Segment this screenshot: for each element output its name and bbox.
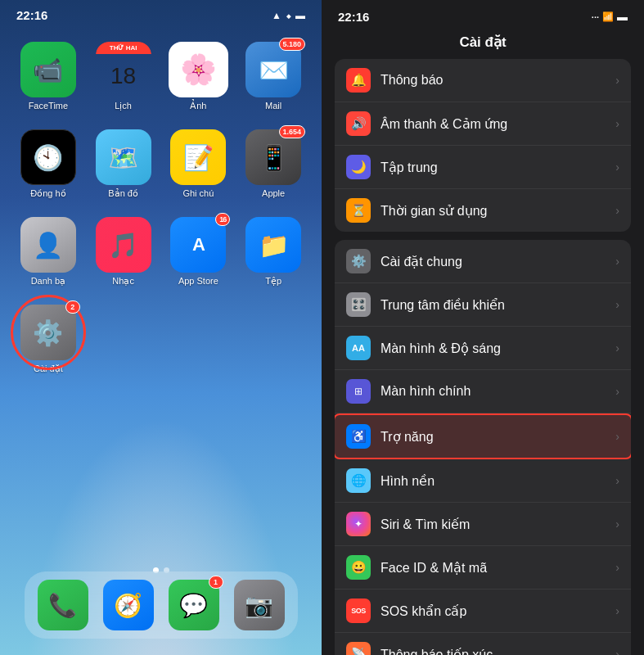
clock-label: Đồng hồ xyxy=(30,188,65,199)
settings-page-title: Cài đặt xyxy=(322,29,644,59)
faceid-label: Face ID & Mật mã xyxy=(381,560,615,576)
notes-icon: 📝 xyxy=(170,129,226,185)
manhinh-chevron: › xyxy=(615,341,619,355)
appstore-label: App Store xyxy=(178,276,218,286)
status-icons-left: ▲ ⬥ ▬ xyxy=(272,10,305,21)
tronang-label: Trợ năng xyxy=(381,429,615,445)
mail-icon: ✉️ 5.180 xyxy=(245,42,301,97)
notes-label: Ghi chú xyxy=(182,188,214,198)
camera-dock-app[interactable]: 📷 xyxy=(234,580,285,630)
taptrung-icon: 🌙 xyxy=(346,155,371,179)
settings-row-faceid[interactable]: 😀 Face ID & Mật mã › xyxy=(335,546,631,590)
mail-label: Mail xyxy=(265,101,281,111)
maps-app[interactable]: 🗺️ Bản đồ xyxy=(93,129,154,199)
thoigian-label: Thời gian sử dụng xyxy=(381,203,615,219)
calendar-app[interactable]: THỨ HAI 18 Lịch xyxy=(93,42,154,111)
settings-row-caidatchung[interactable]: ⚙️ Cài đặt chung › xyxy=(335,240,631,283)
thoigian-icon: ⏳ xyxy=(346,198,371,223)
appstore-app[interactable]: A 16 App Store xyxy=(169,217,229,287)
wifi-right-icon: 📶 xyxy=(602,11,614,22)
settings-row-siri[interactable]: ✦ Siri & Tìm kiếm › xyxy=(335,503,631,546)
calendar-day: THỨ HAI xyxy=(96,42,151,54)
phone-dock-icon: 📞 xyxy=(38,580,88,630)
thongbao-chevron: › xyxy=(615,74,619,87)
app-grid-row1: 📹 FaceTime THỨ HAI 18 Lịch 🌸 Ảnh ✉️ 5.18… xyxy=(0,29,322,124)
facetime-app[interactable]: 📹 FaceTime xyxy=(18,42,79,111)
photos-icon: 🌸 xyxy=(169,42,229,97)
app-grid-row3: 👤 Danh bạ 🎵 Nhạc A 16 App Store 📁 Tệp xyxy=(0,204,322,300)
status-icons-right: ··· 📶 ▬ xyxy=(592,11,628,23)
iphone-home-screen: 22:16 ▲ ⬥ ▬ 📹 FaceTime THỨ HAI 18 Lịch 🌸… xyxy=(0,0,322,655)
settings-row-thoigian[interactable]: ⏳ Thời gian sử dụng › xyxy=(335,189,631,232)
files-icon: 📁 xyxy=(245,217,301,273)
settings-section-1: 🔔 Thông báo › 🔊 Âm thanh & Cảm ứng › 🌙 T… xyxy=(335,59,631,232)
manhinh-icon: AA xyxy=(346,336,371,360)
thoigian-chevron: › xyxy=(615,204,619,217)
status-bar-right: 22:16 ··· 📶 ▬ xyxy=(322,0,644,29)
clock-app[interactable]: 🕙 Đồng hồ xyxy=(18,129,79,199)
thongbao-label: Thông báo xyxy=(381,73,615,88)
mail-app[interactable]: ✉️ 5.180 Mail xyxy=(243,42,304,111)
sos-label: SOS khẩn cấp xyxy=(381,603,615,619)
settings-screen: 22:16 ··· 📶 ▬ Cài đặt 🔔 Thông báo › 🔊 Âm… xyxy=(322,0,644,655)
safari-dock-app[interactable]: 🧭 xyxy=(103,580,154,630)
contacts-app[interactable]: 👤 Danh bạ xyxy=(18,217,79,287)
battery-left-icon: ▬ xyxy=(295,10,305,21)
trungtam-label: Trung tâm điều khiển xyxy=(381,297,615,313)
apple-app[interactable]: 📱 1.654 Apple xyxy=(243,129,304,199)
hinhnen-chevron: › xyxy=(615,474,619,487)
apple-badge: 1.654 xyxy=(279,125,306,138)
settings-row-sos[interactable]: SOS SOS khẩn cấp › xyxy=(335,590,631,633)
settings-row-manhinhchinh[interactable]: ⊞ Màn hình chính › xyxy=(335,370,631,413)
phone-dock-app[interactable]: 📞 xyxy=(38,580,88,630)
thongbaotiepxuc-label: Thông báo tiếp xúc xyxy=(381,647,615,656)
hinhnen-label: Hình nền xyxy=(381,473,615,489)
settings-row-thongbaotiepxuc[interactable]: 📡 Thông báo tiếp xúc › xyxy=(335,633,631,655)
clock-icon: 🕙 xyxy=(20,129,76,185)
dock: 📞 🧭 💬 1 📷 xyxy=(25,571,298,639)
thongbaotiepxuc-icon: 📡 xyxy=(346,642,371,655)
mail-badge: 5.180 xyxy=(279,38,306,51)
manhinhchinh-chevron: › xyxy=(615,385,619,398)
music-app[interactable]: 🎵 Nhạc xyxy=(93,217,154,287)
messages-dock-app[interactable]: 💬 1 xyxy=(169,580,219,630)
settings-app[interactable]: ⚙️ 2 Cài đặt xyxy=(18,305,79,374)
app-grid-row2: 🕙 Đồng hồ 🗺️ Bản đồ 📝 Ghi chú 📱 1.654 Ap… xyxy=(0,116,322,212)
safari-dock-icon: 🧭 xyxy=(103,580,154,630)
caidatchung-chevron: › xyxy=(615,255,619,268)
settings-row-hinhnen[interactable]: 🌐 Hình nền › xyxy=(335,459,631,503)
signal-icon: ▲ xyxy=(272,10,281,21)
faceid-icon: 😀 xyxy=(346,555,371,580)
settings-row-amthanh[interactable]: 🔊 Âm thanh & Cảm ứng › xyxy=(335,102,631,146)
files-app[interactable]: 📁 Tệp xyxy=(243,217,304,287)
photos-label: Ảnh xyxy=(190,101,206,111)
facetime-label: FaceTime xyxy=(29,101,69,111)
settings-row-trungtam[interactable]: 🎛️ Trung tâm điều khiển › xyxy=(335,283,631,327)
siri-icon: ✦ xyxy=(346,512,371,536)
notes-app[interactable]: 📝 Ghi chú xyxy=(169,129,229,199)
battery-right-icon: ▬ xyxy=(617,11,628,23)
settings-row-taptrung[interactable]: 🌙 Tập trung › xyxy=(335,146,631,189)
time-right: 22:16 xyxy=(338,10,369,24)
sos-chevron: › xyxy=(615,604,619,617)
settings-badge: 2 xyxy=(65,300,80,314)
calendar-label: Lịch xyxy=(115,101,132,111)
trungtam-icon: 🎛️ xyxy=(346,292,371,317)
photos-app[interactable]: 🌸 Ảnh xyxy=(169,42,229,111)
messages-dock-icon: 💬 1 xyxy=(169,580,219,630)
siri-chevron: › xyxy=(615,517,619,531)
calendar-date: 18 xyxy=(96,54,151,97)
settings-row-manhinh[interactable]: AA Màn hình & Độ sáng › xyxy=(335,327,631,370)
camera-dock-icon: 📷 xyxy=(234,580,285,630)
siri-label: Siri & Tìm kiếm xyxy=(381,517,615,532)
messages-badge: 1 xyxy=(209,576,223,589)
amthanh-icon: 🔊 xyxy=(346,111,371,136)
thongbao-icon: 🔔 xyxy=(346,68,371,93)
manhinh-label: Màn hình & Độ sáng xyxy=(381,341,615,356)
settings-row-thongbao[interactable]: 🔔 Thông báo › xyxy=(335,59,631,102)
settings-row-tronang[interactable]: ♿ Trợ năng › xyxy=(335,413,631,459)
amthanh-label: Âm thanh & Cảm ứng xyxy=(381,116,615,132)
manhinhchinh-icon: ⊞ xyxy=(346,379,371,404)
calendar-icon: THỨ HAI 18 xyxy=(96,42,151,97)
thongbaotiepxuc-chevron: › xyxy=(615,648,619,655)
